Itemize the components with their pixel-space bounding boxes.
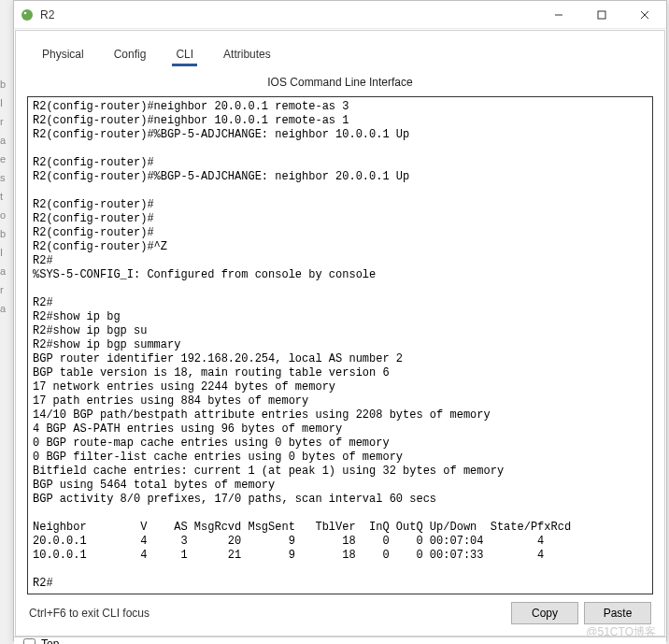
svg-point-1 [24, 11, 27, 14]
svg-rect-3 [598, 11, 605, 19]
background-fragments: bI raesto bIara [0, 75, 13, 318]
svg-point-0 [21, 9, 33, 21]
cli-panel-title: IOS Command Line Interface [27, 76, 653, 89]
top-checkbox-label: Top [41, 637, 59, 644]
cli-terminal[interactable]: R2(config-router)#neighbor 20.0.0.1 remo… [29, 98, 651, 593]
close-button[interactable] [623, 1, 666, 29]
tab-attributes[interactable]: Attributes [208, 42, 286, 68]
tab-physical[interactable]: Physical [27, 42, 99, 68]
terminal-frame: R2(config-router)#neighbor 20.0.0.1 remo… [27, 96, 653, 594]
cli-footer: Ctrl+F6 to exit CLI focus Copy Paste [27, 594, 653, 628]
top-checkbox[interactable] [23, 638, 36, 645]
copy-button[interactable]: Copy [511, 602, 578, 624]
maximize-button[interactable] [580, 1, 623, 29]
bottom-bar: Top [14, 637, 666, 644]
paste-button[interactable]: Paste [584, 602, 651, 624]
app-icon [20, 7, 35, 22]
minimize-button[interactable] [537, 1, 580, 29]
window-title: R2 [40, 8, 54, 21]
content-area: Physical Config CLI Attributes IOS Comma… [15, 30, 665, 637]
tab-config[interactable]: Config [99, 42, 162, 68]
tab-cli[interactable]: CLI [161, 42, 208, 68]
tab-bar: Physical Config CLI Attributes [27, 42, 653, 68]
app-window: R2 Physical Config CLI Attributes IOS Co… [13, 0, 667, 641]
cli-hint: Ctrl+F6 to exit CLI focus [29, 607, 149, 620]
window-controls [537, 1, 666, 29]
titlebar[interactable]: R2 [14, 1, 666, 29]
